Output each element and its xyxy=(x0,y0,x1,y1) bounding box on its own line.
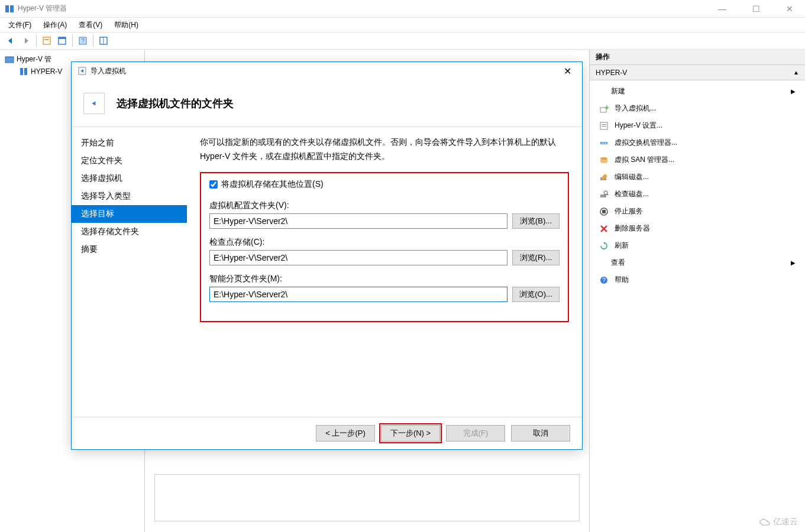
menu-file[interactable]: 文件(F) xyxy=(2,18,37,33)
action-new[interactable]: 新建 ▶ xyxy=(590,83,805,100)
tree-root-label: Hyper-V 管 xyxy=(17,54,51,64)
actions-panel: 操作 HYPER-V ▲ 新建 ▶ 导入虚拟机... Hyper-V 设置...… xyxy=(589,50,805,532)
action-list: 新建 ▶ 导入虚拟机... Hyper-V 设置... 虚拟交换机管理器... … xyxy=(590,80,805,291)
highlighted-options: 将虚拟机存储在其他位置(S) 虚拟机配置文件夹(V): 浏览(B)... 检查点… xyxy=(200,172,569,322)
nav-target[interactable]: 选择目标 xyxy=(72,205,187,223)
wizard-icon xyxy=(77,66,87,76)
action-editdisk-label: 编辑磁盘... xyxy=(615,172,649,182)
checkdisk-icon xyxy=(599,190,609,199)
store-elsewhere-row: 将虚拟机存储在其他位置(S) xyxy=(209,179,560,190)
browse-checkpoint-button[interactable]: 浏览(R)... xyxy=(512,250,560,265)
wizard-titlebar: 导入虚拟机 ✕ xyxy=(72,62,582,80)
action-stopservice[interactable]: 停止服务 xyxy=(590,203,805,220)
next-button[interactable]: 下一步(N) > xyxy=(381,425,440,442)
nav-locate[interactable]: 定位文件夹 xyxy=(72,152,187,170)
servers-icon[interactable] xyxy=(96,34,111,48)
menu-help[interactable]: 帮助(H) xyxy=(108,18,144,33)
config-folder-row: 浏览(B)... xyxy=(209,213,560,229)
action-removeserver[interactable]: 删除服务器 xyxy=(590,220,805,237)
wizard-footer: < 上一步(P) 下一步(N) > 完成(F) 取消 xyxy=(72,417,582,449)
help-icon[interactable]: ? xyxy=(76,34,90,48)
browse-config-button[interactable]: 浏览(B)... xyxy=(512,213,560,229)
action-removeserver-label: 删除服务器 xyxy=(615,223,650,233)
cancel-button[interactable]: 取消 xyxy=(511,425,570,442)
editdisk-icon xyxy=(599,173,609,182)
svg-rect-13 xyxy=(600,108,606,112)
wizard-header: 选择虚拟机文件的文件夹 xyxy=(72,80,582,127)
stop-icon xyxy=(599,207,609,216)
detail-pane xyxy=(154,474,580,521)
action-editdisk[interactable]: 编辑磁盘... xyxy=(590,168,805,186)
action-view-label: 查看 xyxy=(611,258,625,268)
action-vsan-label: 虚拟 SAN 管理器... xyxy=(615,155,674,165)
maximize-button[interactable]: ☐ xyxy=(745,2,767,16)
action-checkdisk[interactable]: 检查磁盘... xyxy=(590,186,805,203)
action-settings-label: Hyper-V 设置... xyxy=(615,121,662,131)
action-new-label: 新建 xyxy=(611,86,625,96)
wizard-title: 导入虚拟机 xyxy=(90,66,126,76)
toolbar-separator xyxy=(72,35,73,47)
close-button[interactable]: ✕ xyxy=(779,2,800,16)
minimize-button[interactable]: — xyxy=(711,2,733,16)
vswitch-icon xyxy=(599,138,609,148)
hyperv-app-icon xyxy=(5,4,14,14)
action-help-label: 帮助 xyxy=(615,275,629,285)
collapse-icon: ▲ xyxy=(793,69,799,76)
app-title: Hyper-V 管理器 xyxy=(18,4,67,14)
paging-input[interactable] xyxy=(209,287,507,302)
wizard-header-icon xyxy=(83,93,105,114)
svg-text:?: ? xyxy=(602,277,606,284)
wizard-close-button[interactable]: ✕ xyxy=(559,64,576,78)
nav-before[interactable]: 开始之前 xyxy=(72,134,187,152)
store-elsewhere-checkbox[interactable] xyxy=(209,180,218,189)
nav-storage[interactable]: 选择存储文件夹 xyxy=(72,223,187,241)
actions-section[interactable]: HYPER-V ▲ xyxy=(590,65,805,80)
window-controls: — ☐ ✕ xyxy=(711,2,800,16)
store-elsewhere-label[interactable]: 将虚拟机存储在其他位置(S) xyxy=(221,179,324,190)
actions-section-label: HYPER-V xyxy=(596,69,627,77)
action-import[interactable]: 导入虚拟机... xyxy=(590,100,805,117)
svg-rect-12 xyxy=(24,68,27,75)
refresh-icon xyxy=(599,241,609,251)
action-import-label: 导入虚拟机... xyxy=(615,103,656,113)
action-help[interactable]: ? 帮助 xyxy=(590,271,805,288)
action-vswitch[interactable]: 虚拟交换机管理器... xyxy=(590,134,805,151)
checkpoint-input[interactable] xyxy=(209,250,507,265)
svg-point-19 xyxy=(603,142,604,144)
vsan-icon xyxy=(599,155,609,165)
svg-rect-15 xyxy=(602,124,606,125)
wizard-content: 你可以指定新的或现有的文件夹以存储虚拟机文件。否则，向导会将文件导入到本计算机上… xyxy=(187,127,582,417)
actions-header: 操作 xyxy=(590,50,805,65)
back-icon[interactable] xyxy=(4,34,18,48)
import-icon xyxy=(599,104,609,113)
forward-icon[interactable] xyxy=(19,34,33,48)
svg-rect-1 xyxy=(10,5,14,12)
action-settings[interactable]: Hyper-V 设置... xyxy=(590,117,805,134)
nav-summary[interactable]: 摘要 xyxy=(72,241,187,258)
nav-importtype[interactable]: 选择导入类型 xyxy=(72,187,187,205)
wizard-nav: 开始之前 定位文件夹 选择虚拟机 选择导入类型 选择目标 选择存储文件夹 摘要 xyxy=(72,127,187,417)
properties-icon[interactable] xyxy=(55,34,69,48)
toolbar-separator xyxy=(93,35,93,47)
import-wizard-dialog: 导入虚拟机 ✕ 选择虚拟机文件的文件夹 开始之前 定位文件夹 选择虚拟机 选择导… xyxy=(71,61,583,450)
wizard-description: 你可以指定新的或现有的文件夹以存储虚拟机文件。否则，向导会将文件导入到本计算机上… xyxy=(200,135,569,164)
nav-selectvm[interactable]: 选择虚拟机 xyxy=(72,170,187,187)
svg-rect-5 xyxy=(59,37,66,39)
menu-view[interactable]: 查看(V) xyxy=(73,18,108,33)
action-vsan[interactable]: 虚拟 SAN 管理器... xyxy=(590,151,805,168)
config-folder-input[interactable] xyxy=(209,213,507,229)
menubar: 文件(F) 操作(A) 查看(V) 帮助(H) xyxy=(0,18,805,32)
svg-rect-3 xyxy=(44,39,49,40)
hyperv-manager-icon xyxy=(5,55,14,64)
prev-button[interactable]: < 上一步(P) xyxy=(316,425,375,442)
svg-point-18 xyxy=(602,142,603,144)
action-view[interactable]: 查看 ▶ xyxy=(590,254,805,271)
action-checkdisk-label: 检查磁盘... xyxy=(615,189,649,199)
browse-paging-button[interactable]: 浏览(O)... xyxy=(512,287,560,302)
svg-rect-16 xyxy=(602,126,606,126)
menu-action[interactable]: 操作(A) xyxy=(37,18,73,33)
toolbar-separator xyxy=(36,35,37,47)
action-refresh[interactable]: 刷新 xyxy=(590,237,805,254)
paging-label: 智能分页文件夹(M): xyxy=(209,274,560,284)
show-hide-icon[interactable] xyxy=(40,34,54,48)
